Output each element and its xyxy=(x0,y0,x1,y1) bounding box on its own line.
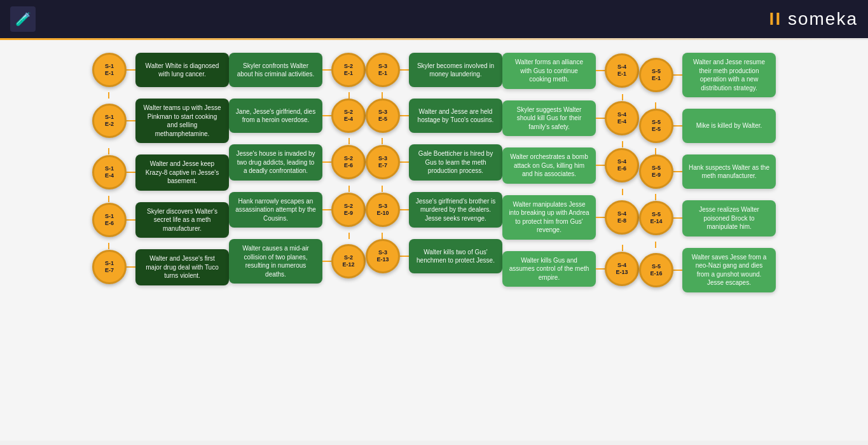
event-card: Skyler becomes involved in money launder… xyxy=(409,53,502,87)
vertical-connector xyxy=(348,138,350,144)
event-card: Skyler suggests Walter should kill Gus f… xyxy=(502,100,596,137)
event-card: Mike is killed by Walter. xyxy=(682,109,776,143)
horizontal-connector xyxy=(127,120,135,121)
header: 🧪 II someka xyxy=(0,0,868,38)
circle-season: S-3 xyxy=(378,155,387,162)
timeline-row: S-4E-13Walter kills Gus and assumes cont… xyxy=(502,251,639,287)
timeline-row: S-2E-1Skyler confronts Walter about his … xyxy=(229,53,366,87)
horizontal-connector xyxy=(596,70,605,71)
circle-season: S-4 xyxy=(617,111,626,118)
circle-season: S-3 xyxy=(378,203,387,210)
horizontal-connector xyxy=(322,261,331,262)
circle-S-1-E-7: S-1E-7 xyxy=(92,250,127,284)
circle-S-3-E-5: S-3E-5 xyxy=(366,99,400,133)
vertical-connector xyxy=(655,102,656,109)
circle-episode: E-2 xyxy=(105,121,114,128)
circle-season: S-2 xyxy=(344,203,353,210)
horizontal-connector xyxy=(400,256,409,257)
vertical-connector xyxy=(108,243,109,249)
circle-episode: E-9 xyxy=(344,210,353,217)
circle-season: S-2 xyxy=(344,254,353,261)
horizontal-connector xyxy=(596,165,605,166)
circle-episode: E-7 xyxy=(105,267,114,274)
event-card: Walter and Jesse resume their meth produ… xyxy=(682,53,776,97)
horizontal-connector xyxy=(322,69,331,71)
circle-S-5-E-9: S-5E-9 xyxy=(639,154,673,189)
circle-season: S-5 xyxy=(652,119,661,126)
circle-season: S-4 xyxy=(617,158,626,165)
brand-accent: II xyxy=(769,9,782,29)
circle-S-4-E-6: S-4E-6 xyxy=(605,148,639,182)
horizontal-connector xyxy=(596,118,605,119)
horizontal-connector xyxy=(400,209,409,210)
main-content: S-1E-1Walter White is diagnosed with lun… xyxy=(0,40,868,441)
timeline-row: S-5E-1Walter and Jesse resume their meth… xyxy=(639,53,776,97)
circle-episode: E-9 xyxy=(652,172,661,179)
circle-episode: E-16 xyxy=(650,270,662,277)
circle-season: S-4 xyxy=(617,262,626,269)
vertical-connector xyxy=(382,92,383,99)
horizontal-connector xyxy=(127,266,135,268)
timeline-row: S-5E-14Jesse realizes Walter poisoned Br… xyxy=(639,200,776,236)
event-card: Walter kills two of Gus' henchmen to pro… xyxy=(409,239,502,273)
vertical-connector xyxy=(622,245,623,251)
event-text: Skyler confronts Walter about his crimin… xyxy=(235,62,316,79)
circle-season: S-4 xyxy=(617,64,626,71)
circle-season: S-4 xyxy=(617,210,626,217)
circle-S-1-E-1: S-1E-1 xyxy=(92,53,127,87)
logo-icon: 🧪 xyxy=(10,6,36,32)
vertical-connector xyxy=(622,141,623,147)
circle-S-2-E-9: S-2E-9 xyxy=(331,193,366,227)
horizontal-connector xyxy=(400,115,409,116)
event-text: Jesse's house is invaded by two drug add… xyxy=(235,149,316,175)
event-card: Walter kills Gus and assumes control of … xyxy=(502,251,596,287)
event-text: Walter teams up with Jesse Pinkman to st… xyxy=(142,104,223,138)
circle-S-4-E-1: S-4E-1 xyxy=(605,53,639,88)
event-text: Walter kills two of Gus' henchmen to pro… xyxy=(415,248,496,265)
event-text: Skyler discovers Walter's secret life as… xyxy=(142,207,223,233)
horizontal-connector xyxy=(673,217,682,219)
horizontal-connector xyxy=(127,69,135,71)
timeline-row: S-2E-6Jesse's house is invaded by two dr… xyxy=(229,144,366,181)
circle-season: S-5 xyxy=(652,263,661,270)
event-text: Walter White is diagnosed with lung canc… xyxy=(142,62,223,79)
event-text: Jesse realizes Walter poisoned Brock to … xyxy=(689,205,769,231)
timeline-col-2: S-2E-1Skyler confronts Walter about his … xyxy=(229,53,366,289)
circle-season: S-3 xyxy=(378,63,387,70)
circle-S-3-E-10: S-3E-10 xyxy=(366,193,400,227)
circle-episode: E-12 xyxy=(342,261,354,268)
circle-season: S-2 xyxy=(344,63,353,70)
vertical-connector xyxy=(622,94,623,100)
circle-season: S-1 xyxy=(105,63,114,70)
vertical-connector xyxy=(108,92,109,99)
vertical-connector xyxy=(655,242,656,248)
event-text: Walter kills Gus and assumes control of … xyxy=(509,256,589,282)
event-card: Hank suspects Walter as the meth manufac… xyxy=(682,154,776,189)
horizontal-connector xyxy=(673,270,682,271)
circle-episode: E-4 xyxy=(617,118,626,125)
event-card: Skyler confronts Walter about his crimin… xyxy=(229,53,322,87)
event-text: Walter and Jesse keep Krazy-8 captive in… xyxy=(142,160,223,186)
circle-S-5-E-5: S-5E-5 xyxy=(639,109,673,143)
event-card: Gale Boetticher is hired by Gus to learn… xyxy=(409,144,502,181)
circle-season: S-1 xyxy=(105,165,114,172)
circle-season: S-1 xyxy=(105,114,114,121)
horizontal-connector xyxy=(322,209,331,210)
circle-episode: E-5 xyxy=(652,126,661,133)
event-text: Walter manipulates Jesse into breaking u… xyxy=(509,200,589,235)
circle-S-4-E-4: S-4E-4 xyxy=(605,101,639,135)
circle-season: S-2 xyxy=(344,155,353,162)
event-card: Walter causes a mid-air collision of two… xyxy=(229,239,322,284)
circle-S-2-E-6: S-2E-6 xyxy=(331,145,366,179)
timeline-row: S-4E-1Walter forms an alliance with Gus … xyxy=(502,53,639,89)
vertical-connector xyxy=(382,233,383,239)
timeline-col-3: S-3E-1Skyler becomes involved in money l… xyxy=(366,53,502,278)
vertical-connector xyxy=(108,148,109,154)
timeline-row: S-3E-7Gale Boetticher is hired by Gus to… xyxy=(366,144,502,181)
vertical-connector xyxy=(348,92,350,99)
timeline-row: S-4E-4Skyler suggests Walter should kill… xyxy=(502,100,639,137)
event-text: Walter forms an alliance with Gus to con… xyxy=(509,58,589,84)
circle-episode: E-6 xyxy=(344,162,353,169)
horizontal-connector xyxy=(596,217,605,218)
event-card: Skyler discovers Walter's secret life as… xyxy=(135,202,229,238)
